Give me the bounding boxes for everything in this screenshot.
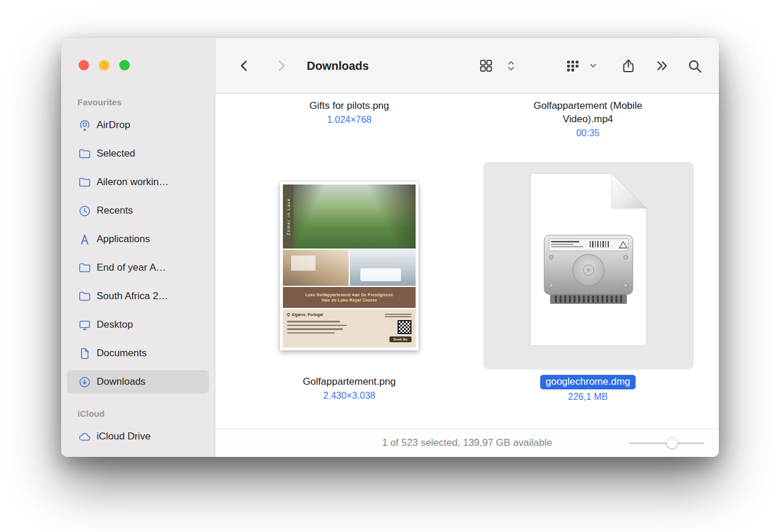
sidebar-item-label: iCloud Drive (97, 431, 151, 442)
more-toolbar-items-button[interactable] (654, 38, 669, 94)
file-item-gifts-for-pilots[interactable]: Gifts for pilots.png 1.024×768 (279, 99, 419, 126)
sidebar-section-favourites: Favourites (67, 94, 209, 114)
file-browser-content: Gifts for pilots.png 1.024×768 Golfappar… (215, 94, 719, 428)
sidebar-item-icloud-drive[interactable]: iCloud Drive (67, 425, 209, 448)
sidebar-item-recents[interactable]: Recents (67, 199, 209, 222)
flyer-phone-lines (385, 313, 412, 318)
clock-icon (78, 204, 91, 218)
file-name: Golfappartement.png (274, 375, 425, 388)
sidebar-item-label: Aileron workin… (97, 176, 169, 188)
flyer-artwork: Zomer in Luxe Luxe Golfappartement Aan D… (283, 185, 416, 347)
flyer-vertical-text: Zomer in Luxe (286, 198, 290, 235)
sidebar-item-selected[interactable]: Selected (67, 142, 209, 165)
sidebar-item-label: Recents (97, 205, 133, 217)
main-panel: Downloads (215, 38, 719, 457)
file-name: Golfappartement (Mobile Video).mp4 (515, 99, 661, 126)
flyer-location-text: Algarve, Portugal (292, 313, 323, 317)
file-thumbnail-googlechrome-dmg[interactable] (483, 162, 694, 370)
file-duration: 00:35 (515, 127, 661, 139)
minimize-button[interactable] (99, 60, 109, 70)
sidebar-item-label: AirDrop (97, 119, 130, 131)
view-style-button[interactable] (478, 38, 494, 94)
flyer-details: Algarve, Portugal Boek Nu (283, 309, 416, 347)
sidebar-list: Favourites AirDrop Selected (67, 94, 209, 453)
file-item-golfappartement-video[interactable]: Golfappartement (Mobile Video).mp4 00:35 (515, 99, 661, 139)
file-name: Gifts for pilots.png (279, 99, 419, 112)
flyer-bedroom-photo (350, 250, 416, 286)
sidebar-item-label: Selected (97, 148, 135, 159)
sidebar-item-label: Documents (97, 347, 147, 359)
sidebar-item-south-africa[interactable]: South Africa 2… (67, 285, 209, 308)
flyer-title-band: Luxe Golfappartement Aan De Prestigieuze… (283, 287, 416, 308)
fullscreen-button[interactable] (119, 60, 130, 70)
back-button[interactable] (236, 38, 253, 94)
toolbar: Downloads (215, 38, 719, 94)
qr-code (398, 320, 412, 334)
window-controls (79, 60, 130, 70)
sidebar-item-label: Applications (97, 233, 150, 245)
status-text: 1 of 523 selected, 139,97 GB available (382, 437, 552, 449)
folder-icon (78, 176, 91, 189)
sidebar: Favourites AirDrop Selected (61, 38, 215, 457)
airdrop-icon (78, 119, 91, 132)
file-dimensions: 1.024×768 (279, 114, 419, 126)
share-button[interactable] (621, 38, 636, 94)
sidebar-item-airdrop[interactable]: AirDrop (67, 114, 209, 137)
sidebar-item-label: End of year A… (97, 262, 166, 274)
folder-icon (78, 147, 91, 161)
folder-icon (78, 290, 91, 303)
cloud-icon (78, 430, 91, 444)
flyer-headline-line2: Vale do Lobo Royal Course (283, 298, 416, 302)
file-thumbnail-golfappartement-png[interactable]: Zomer in Luxe Luxe Golfappartement Aan D… (280, 182, 419, 350)
group-chevron-down-icon[interactable] (589, 38, 597, 94)
location-pin-icon (286, 313, 290, 317)
document-icon (78, 347, 91, 360)
slider-thumb[interactable] (666, 437, 678, 449)
group-button[interactable] (565, 38, 580, 94)
window-title: Downloads (307, 38, 369, 94)
finder-window: Favourites AirDrop Selected (61, 38, 719, 457)
flyer-vertical-banner: Zomer in Luxe (283, 185, 293, 249)
search-button[interactable] (687, 38, 703, 94)
icon-size-slider[interactable] (629, 437, 704, 449)
downloads-icon (78, 375, 91, 389)
forward-button[interactable] (273, 38, 289, 94)
file-item-golfappartement-png[interactable]: Golfappartement.png 2.430×3.038 (274, 375, 425, 402)
file-dimensions: 2.430×3.038 (274, 390, 425, 402)
desktop-icon (78, 318, 91, 332)
sidebar-item-documents[interactable]: Documents (67, 342, 209, 365)
flyer-location: Algarve, Portugal (287, 313, 355, 317)
sidebar-item-applications[interactable]: Applications (67, 228, 209, 251)
flyer-livingroom-photo (283, 250, 349, 286)
flyer-details-left: Algarve, Portugal (287, 313, 355, 344)
sidebar-item-label: South Africa 2… (97, 290, 168, 302)
flyer-headline-line1: Luxe Golfappartement Aan De Prestigieuze (283, 293, 416, 297)
dmg-disk-image-icon (524, 170, 653, 350)
close-button[interactable] (79, 60, 89, 70)
file-item-googlechrome-dmg[interactable]: googlechrome.dmg 226,1 MB (501, 375, 675, 403)
sidebar-section-icloud: iCloud (67, 405, 209, 425)
sidebar-item-label: Downloads (97, 376, 146, 388)
sidebar-item-desktop[interactable]: Desktop (67, 313, 209, 336)
file-size: 226,1 MB (501, 391, 675, 403)
status-bar: 1 of 523 selected, 139,97 GB available (215, 428, 719, 457)
sidebar-item-aileron-working[interactable]: Aileron workin… (67, 171, 209, 194)
view-style-chevrons-icon[interactable] (507, 38, 515, 94)
flyer-hero-photo: Zomer in Luxe (283, 185, 416, 249)
flyer-feature-lines (287, 321, 355, 334)
sidebar-item-downloads[interactable]: Downloads (67, 370, 209, 393)
flyer-details-right: Boek Nu (355, 313, 412, 344)
sidebar-item-label: Desktop (97, 319, 133, 331)
sidebar-item-end-of-year[interactable]: End of year A… (67, 256, 209, 279)
flyer-interior-photos (283, 250, 416, 286)
flyer-cta-button: Boek Nu (389, 336, 412, 342)
selected-file-name[interactable]: googlechrome.dmg (540, 375, 636, 389)
applications-icon (78, 233, 91, 246)
folder-icon (78, 261, 91, 275)
